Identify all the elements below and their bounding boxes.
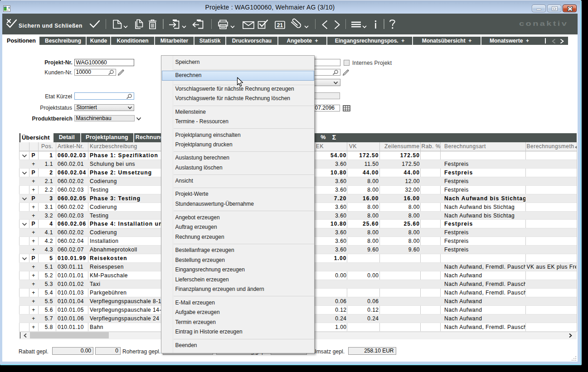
svg-text:21: 21 bbox=[277, 22, 283, 29]
